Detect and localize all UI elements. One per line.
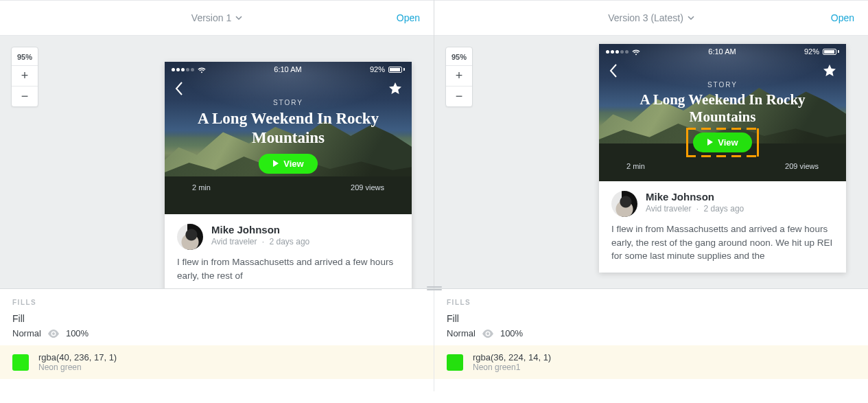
open-link-right[interactable]: Open (831, 12, 854, 23)
story-label: STORY (599, 81, 846, 89)
artboard-v1[interactable]: 6:10 AM 92% STORY A Long Weekend In Rock… (165, 62, 412, 292)
author-role: Avid traveler (646, 204, 691, 214)
post: Mike Johnson Avid traveler · 2 days ago … (599, 181, 846, 273)
story-label: STORY (165, 99, 412, 106)
status-battery-pct: 92% (804, 47, 819, 56)
blend-mode: Normal (12, 328, 41, 338)
hero-meta: 2 min 209 views (599, 152, 846, 177)
view-count: 209 views (351, 183, 384, 192)
view-button-label: View (283, 159, 303, 169)
star-icon[interactable] (823, 64, 836, 80)
zoom-out-button[interactable]: − (446, 86, 472, 106)
topbar-right: Version 3 (Latest) Open (434, 0, 868, 36)
status-battery-pct: 92% (370, 65, 385, 73)
inspector-panel: FILLS Fill Normal 100% rgba(40, 236, 17,… (0, 288, 868, 403)
battery-icon (388, 67, 405, 73)
selected-element[interactable]: View (693, 133, 751, 152)
back-icon[interactable] (174, 81, 184, 99)
view-button[interactable]: View (693, 133, 751, 152)
post-body: I flew in from Massachusetts and arrived… (177, 255, 399, 282)
topbar-left: Version 1 Open (0, 0, 434, 36)
chevron-down-icon (235, 12, 242, 23)
color-name: Neon green (38, 362, 117, 372)
color-swatch[interactable] (447, 354, 463, 371)
signal-icon (606, 50, 629, 54)
visibility-icon[interactable] (482, 330, 493, 338)
inspector-right: FILLS Fill Normal 100% rgba(36, 224, 14,… (434, 289, 868, 391)
fill-color-row[interactable]: rgba(40, 236, 17, 1) Neon green (0, 345, 434, 379)
svg-point-0 (52, 332, 55, 335)
fills-heading: FILLS (12, 299, 421, 306)
artboard-v3[interactable]: 6:10 AM 92% STORY A Long Weekend In Rock… (599, 44, 846, 273)
hero: 6:10 AM 92% STORY A Long Weekend In Rock… (165, 62, 412, 214)
view-button[interactable]: View (259, 154, 317, 174)
story-title: A Long Weekend In Rocky Mountains (599, 91, 846, 133)
color-swatch[interactable] (12, 354, 29, 371)
drag-handle-icon[interactable] (425, 286, 444, 292)
post: Mike Johnson Avid traveler · 2 days ago … (165, 214, 412, 292)
post-body: I flew in from Massachusetts and arrived… (611, 222, 834, 263)
color-value: rgba(40, 236, 17, 1) (38, 352, 117, 362)
author-name: Mike Johnson (646, 191, 744, 203)
duration: 2 min (626, 162, 645, 170)
star-icon[interactable] (388, 82, 402, 98)
post-time: 2 days ago (704, 204, 744, 214)
battery-icon (823, 49, 839, 55)
hero: 6:10 AM 92% STORY A Long Weekend In Rock… (599, 44, 846, 181)
chevron-down-icon (688, 12, 694, 23)
status-time: 6:10 AM (274, 65, 301, 73)
zoom-in-button[interactable]: + (446, 65, 472, 86)
zoom-level: 95% (451, 47, 467, 65)
svg-point-1 (486, 332, 489, 335)
version-selector-left[interactable]: Version 1 (191, 12, 242, 23)
post-time: 2 days ago (270, 237, 310, 246)
duration: 2 min (192, 183, 211, 192)
fill-opacity: 100% (66, 328, 89, 338)
version-label: Version 3 (Latest) (608, 12, 683, 23)
fill-label: Fill (12, 313, 421, 324)
author-role: Avid traveler (211, 237, 257, 246)
fills-heading: FILLS (447, 299, 856, 306)
zoom-control-left: 95% + − (11, 47, 38, 107)
back-icon[interactable] (609, 63, 618, 81)
version-selector-right[interactable]: Version 3 (Latest) (608, 12, 694, 23)
inspector-left: FILLS Fill Normal 100% rgba(40, 236, 17,… (0, 289, 434, 391)
zoom-out-button[interactable]: − (12, 86, 38, 106)
play-icon (707, 137, 714, 148)
signal-icon (172, 68, 194, 71)
color-value: rgba(36, 224, 14, 1) (473, 352, 551, 362)
visibility-icon[interactable] (48, 330, 59, 338)
view-count: 209 views (785, 162, 819, 170)
hero-meta: 2 min 209 views (165, 174, 412, 198)
zoom-level: 95% (17, 47, 32, 65)
wifi-icon (198, 67, 206, 73)
status-bar: 6:10 AM 92% (599, 44, 846, 59)
blend-mode: Normal (447, 328, 476, 338)
zoom-control-right: 95% + − (445, 47, 473, 107)
author-name: Mike Johnson (211, 224, 309, 235)
avatar (177, 224, 203, 250)
open-link-left[interactable]: Open (397, 12, 420, 23)
view-button-label: View (718, 137, 738, 148)
zoom-in-button[interactable]: + (12, 65, 38, 86)
fill-label: Fill (447, 313, 856, 324)
fill-color-row[interactable]: rgba(36, 224, 14, 1) Neon green1 (434, 345, 868, 379)
play-icon (272, 159, 279, 169)
color-name: Neon green1 (473, 362, 551, 372)
status-time: 6:10 AM (708, 47, 736, 56)
fill-opacity: 100% (500, 328, 523, 338)
status-bar: 6:10 AM 92% (165, 62, 412, 77)
story-title: A Long Weekend In Rocky Mountains (165, 109, 412, 154)
wifi-icon (632, 49, 640, 55)
avatar (611, 191, 637, 217)
version-label: Version 1 (191, 12, 231, 23)
